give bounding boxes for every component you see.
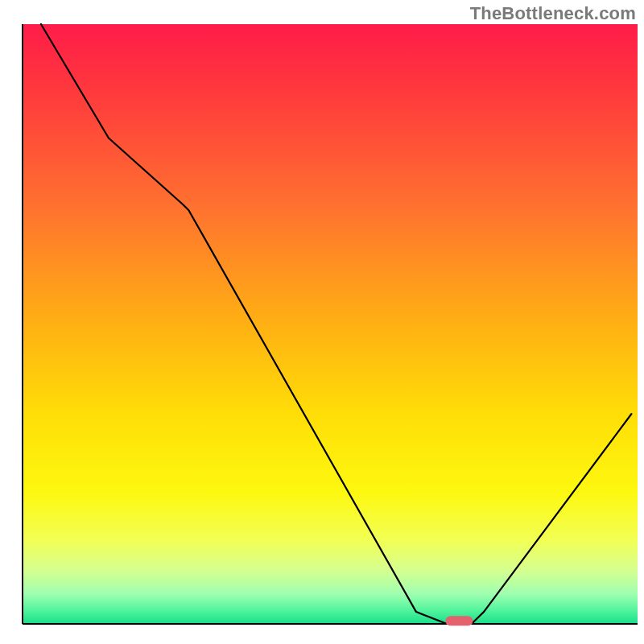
optimal-marker (445, 616, 473, 625)
bottleneck-chart: TheBottleneck.com (0, 0, 644, 644)
plot-area (23, 24, 638, 625)
chart-svg (0, 0, 644, 644)
gradient-background (23, 24, 638, 624)
